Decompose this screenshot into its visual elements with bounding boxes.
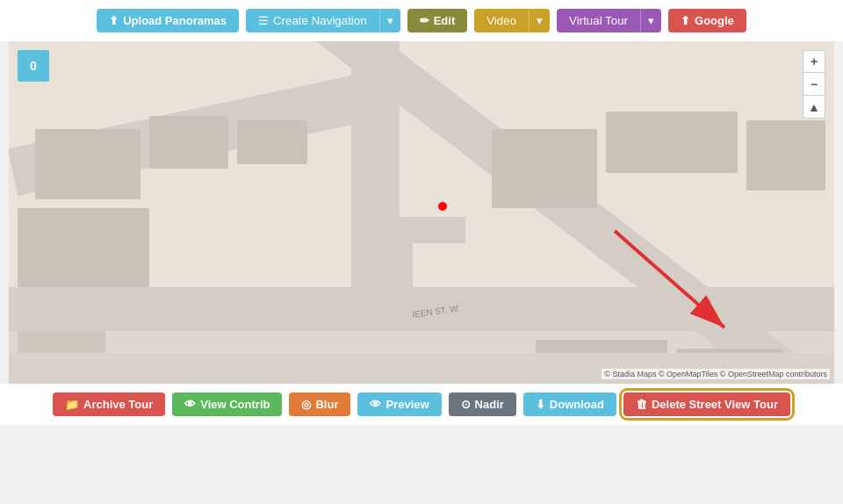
map-controls: + − ▲ (803, 50, 825, 119)
view-contrib-button[interactable]: 👁 View Contrib (172, 392, 282, 416)
video-button[interactable]: Video (474, 9, 529, 32)
video-split-button[interactable]: Video ▾ (474, 9, 550, 32)
virtual-tour-button[interactable]: Virtual Tour (557, 9, 640, 32)
map-container: 0 QUEEN ST. W (9, 41, 834, 384)
list-icon: ☰ (258, 14, 269, 27)
svg-rect-19 (351, 41, 400, 287)
create-navigation-dropdown[interactable]: ▾ (379, 9, 400, 32)
upload-icon: ⬆ (109, 14, 119, 27)
nadir-icon: ⊙ (461, 398, 471, 411)
delete-street-view-tour-button[interactable]: 🗑 Delete Street View Tour (623, 392, 790, 416)
counter-badge: 0 (18, 50, 49, 82)
edit-button[interactable]: ✏ Edit (407, 9, 468, 32)
zoom-out-button[interactable]: − (803, 73, 825, 96)
edit-icon: ✏ (420, 14, 429, 27)
download-icon: ⬇ (536, 398, 545, 411)
bottom-toolbar: 📁 Archive Tour 👁 View Contrib ◎ Blur 👁 P… (0, 384, 843, 425)
virtual-tour-dropdown[interactable]: ▾ (640, 9, 661, 32)
top-toolbar: ⬆ Upload Panoramas ☰ Create Navigation ▾… (0, 0, 843, 41)
trash-icon: 🗑 (636, 398, 647, 411)
archive-tour-button[interactable]: 📁 Archive Tour (53, 392, 165, 416)
create-navigation-split-button[interactable]: ☰ Create Navigation ▾ (246, 9, 400, 32)
virtual-tour-split-button[interactable]: Virtual Tour ▾ (557, 9, 661, 32)
map-attribution: © Stadia Maps © OpenMapTiles © OpenStree… (602, 369, 830, 379)
nadir-button[interactable]: ⊙ Nadir (449, 392, 516, 416)
map-svg: QUEEN ST. W (9, 41, 834, 384)
eye-icon: 👁 (184, 398, 196, 411)
svg-rect-3 (149, 116, 228, 169)
preview-button[interactable]: 👁 Preview (357, 392, 441, 416)
svg-rect-11 (492, 129, 597, 208)
upload-panoramas-button[interactable]: ⬆ Upload Panoramas (97, 9, 239, 32)
zoom-in-button[interactable]: + (803, 50, 825, 73)
svg-rect-17 (413, 217, 465, 243)
google-icon: ⬆ (681, 14, 690, 27)
download-button[interactable]: ⬇ Download (523, 392, 616, 416)
svg-rect-5 (18, 208, 149, 296)
svg-rect-4 (237, 120, 307, 164)
blur-button[interactable]: ◎ Blur (289, 392, 350, 416)
svg-rect-13 (746, 120, 825, 191)
preview-icon: 👁 (370, 398, 381, 411)
archive-icon: 📁 (65, 398, 79, 411)
compass-button[interactable]: ▲ (803, 96, 825, 119)
svg-rect-12 (606, 112, 738, 173)
blur-icon: ◎ (301, 398, 311, 411)
svg-rect-2 (35, 129, 140, 199)
google-button[interactable]: ⬆ Google (668, 9, 746, 32)
create-navigation-button[interactable]: ☰ Create Navigation (246, 9, 379, 32)
video-dropdown[interactable]: ▾ (529, 9, 550, 32)
